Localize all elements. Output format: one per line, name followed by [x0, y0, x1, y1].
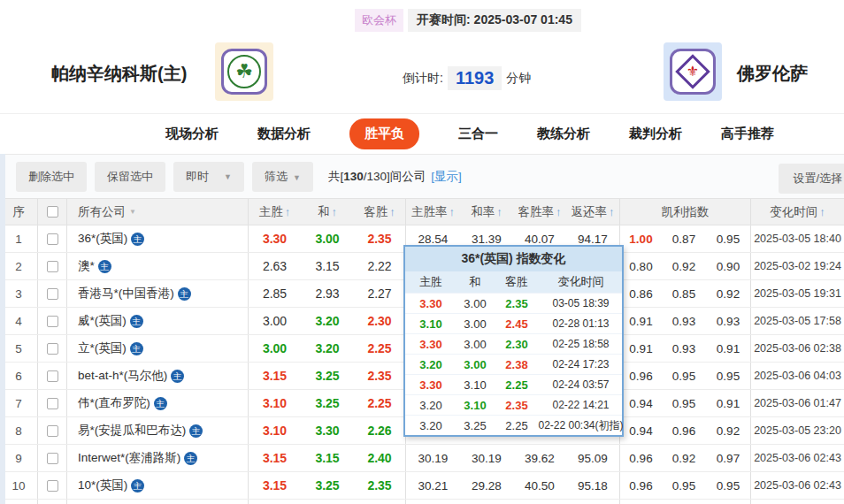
company-count: 共[130/130]间公司[显示] [328, 169, 462, 185]
row-checkbox[interactable] [47, 233, 58, 245]
popup-away-odds: 2.35 [494, 395, 540, 415]
row-checkbox[interactable] [47, 343, 58, 355]
tab-referee-analysis[interactable]: 裁判分析 [629, 126, 682, 142]
row-checkbox[interactable] [47, 288, 58, 300]
odds-value: 3.25 [301, 363, 354, 389]
kelly-value: 0.92 [706, 280, 750, 307]
tab-three-in-one[interactable]: 三合一 [458, 126, 498, 142]
instant-odds-dropdown[interactable]: 即时▼ [173, 162, 244, 192]
rate-value: 39.62 [513, 445, 566, 471]
col-away-odds[interactable]: 客胜↑ [354, 199, 405, 225]
company-name[interactable]: 威*(英国) [78, 313, 127, 329]
home-team-logo: ☘ [215, 42, 273, 101]
settings-select-button[interactable]: 设置/选择 [779, 164, 844, 194]
change-time: 2025-03-06 02:43 [750, 445, 844, 471]
popup-away-odds: 2.25 [494, 416, 540, 435]
row-number: 5 [0, 335, 37, 362]
change-time: 2025-03-05 23:20 [750, 417, 844, 444]
popup-header: 主胜 和 客胜 变化时间 [405, 271, 622, 293]
company-name[interactable]: 澳* [78, 258, 95, 274]
odds-value: 3.15 [248, 445, 301, 471]
tab-data-analysis[interactable]: 数据分析 [257, 126, 311, 142]
company-name[interactable]: 36*(英国) [78, 231, 127, 247]
home-team-name: 帕纳辛纳科斯(主) [51, 62, 187, 86]
company-cell: bet-at-h*(马尔他)主 [66, 363, 248, 389]
popup-away-odds: 2.45 [494, 314, 540, 333]
tab-coach-analysis[interactable]: 教练分析 [537, 126, 590, 142]
row-number: 9 [0, 445, 37, 471]
odds-value: 3.15 [248, 363, 301, 389]
popup-col-draw: 和 [457, 271, 494, 293]
popup-home-odds: 3.30 [405, 375, 457, 394]
col-home-rate[interactable]: 主胜率↑ [405, 199, 460, 225]
kelly-value: 0.91 [706, 335, 750, 362]
odds-value: 2.25 [354, 390, 405, 416]
rate-value: 30.21 [405, 472, 460, 499]
row-checkbox[interactable] [47, 261, 58, 272]
away-team-name: 佛罗伦萨 [737, 62, 808, 86]
popup-away-odds: 2.35 [494, 294, 540, 313]
shamrock-icon: ☘ [227, 55, 261, 88]
col-kelly-index: 凯利指数 [619, 199, 750, 225]
popup-row: 3.203.002.3802-24 17:23 [405, 354, 622, 374]
chevron-down-icon: ▼ [293, 173, 301, 182]
kelly-value: 0.91 [619, 308, 662, 334]
row-checkbox-cell [37, 225, 66, 252]
col-change-time[interactable]: 变化时间↑ [750, 199, 844, 225]
col-draw-rate[interactable]: 和率↑ [460, 199, 513, 225]
delete-selected-button[interactable]: 删除选中 [16, 162, 87, 192]
company-name[interactable]: bet-at-h*(马尔他) [78, 368, 167, 384]
company-name[interactable]: Interwet*(塞浦路斯) [78, 450, 180, 466]
popup-away-odds: 2.25 [494, 375, 540, 394]
sort-asc-icon: ↑ [556, 205, 562, 218]
change-time: 2025-03-02 19:24 [750, 253, 844, 279]
col-away-rate[interactable]: 客胜率↑ [513, 199, 566, 225]
company-name[interactable]: 香港马*(中国香港) [78, 286, 174, 302]
odds-value: 2.40 [354, 445, 405, 471]
table-row-partial [0, 500, 844, 504]
popup-home-odds: 3.20 [405, 416, 457, 435]
tab-expert-recommend[interactable]: 高手推荐 [721, 126, 774, 142]
popup-col-home: 主胜 [405, 271, 457, 293]
odds-value: 3.00 [301, 225, 354, 252]
tab-win-draw-lose[interactable]: 胜平负 [349, 118, 419, 149]
row-number: 6 [0, 363, 37, 389]
col-draw-odds[interactable]: 和↑ [301, 199, 354, 225]
odds-value: 2.85 [248, 280, 301, 307]
row-checkbox[interactable] [47, 316, 58, 327]
row-number: 8 [0, 417, 37, 444]
popup-change-time: 03-05 18:39 [540, 294, 622, 313]
odds-value: 3.10 [248, 417, 301, 444]
odds-value: 2.35 [354, 225, 405, 252]
company-cell: Interwet*(塞浦路斯)主 [66, 445, 248, 471]
popup-change-time: 02-24 17:23 [540, 355, 622, 374]
row-checkbox[interactable] [47, 425, 58, 437]
row-checkbox[interactable] [47, 398, 58, 409]
main-company-badge-icon: 主 [130, 315, 143, 328]
row-checkbox[interactable] [47, 453, 58, 464]
away-team-logo: ⚜ [664, 42, 722, 101]
show-link[interactable]: [显示] [431, 170, 462, 183]
row-checkbox-cell [37, 445, 66, 471]
filter-dropdown[interactable]: 筛选▼ [252, 162, 313, 192]
col-company[interactable]: 所有公司▼ [66, 199, 248, 225]
tab-live-analysis[interactable]: 现场分析 [165, 126, 219, 142]
company-name[interactable]: 10*(英国) [78, 477, 127, 493]
row-checkbox[interactable] [47, 370, 58, 382]
analysis-nav: 现场分析 数据分析 胜平负 三合一 教练分析 裁判分析 高手推荐 [0, 113, 844, 154]
row-checkbox[interactable] [47, 480, 58, 492]
keep-selected-button[interactable]: 保留选中 [95, 162, 165, 192]
kelly-value: 1.00 [619, 225, 662, 252]
popup-row: 3.303.102.2502-24 03:57 [405, 374, 622, 394]
select-all-checkbox[interactable] [47, 206, 58, 218]
odds-table-header: 序 所有公司▼ 主胜↑ 和↑ 客胜↑ 主胜率↑ 和率↑ 客胜率↑ 返还率↑ 凯利… [0, 198, 844, 225]
main-company-badge-icon: 主 [154, 397, 167, 410]
company-name[interactable]: 易*(安提瓜和巴布达) [78, 423, 186, 439]
company-cell: 易*(安提瓜和巴布达)主 [66, 417, 248, 444]
odds-value: 3.10 [248, 390, 301, 416]
change-time: 2025-03-05 17:58 [750, 308, 844, 334]
company-name[interactable]: 伟*(直布罗陀) [78, 395, 150, 411]
col-return-rate[interactable]: 返还率↑ [566, 199, 619, 225]
col-home-odds[interactable]: 主胜↑ [248, 199, 301, 225]
company-name[interactable]: 立*(英国) [78, 340, 127, 356]
